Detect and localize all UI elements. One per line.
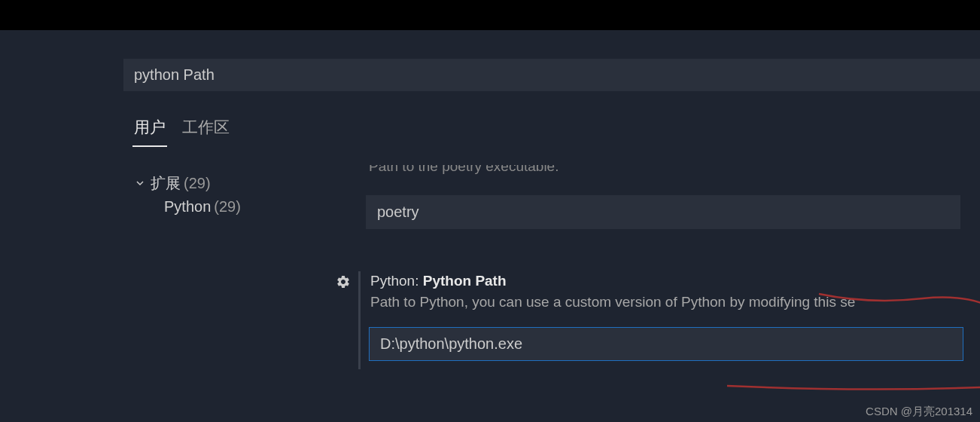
settings-content: 扩展 (29) Python (29) Path to the poetry e… bbox=[0, 147, 980, 361]
setting-title: Python: Python Path bbox=[363, 273, 980, 289]
tree-item-extensions[interactable]: 扩展 (29) bbox=[135, 171, 361, 196]
settings-tree: 扩展 (29) Python (29) bbox=[0, 171, 361, 361]
poetry-path-input[interactable] bbox=[366, 195, 960, 229]
setting-desc: Path to Python, you can use a custom ver… bbox=[363, 289, 980, 310]
python-path-input[interactable] bbox=[369, 327, 963, 361]
poetry-desc: Path to the poetry executable. bbox=[361, 165, 980, 182]
settings-search-input[interactable] bbox=[123, 59, 980, 91]
tab-user[interactable]: 用户 bbox=[132, 112, 167, 147]
tree-label: 扩展 bbox=[151, 173, 181, 194]
tab-workspace[interactable]: 工作区 bbox=[181, 112, 231, 147]
settings-search-wrap bbox=[0, 30, 980, 91]
chevron-down-icon bbox=[135, 178, 146, 190]
tree-label: Python bbox=[164, 198, 211, 216]
setting-name: Python Path bbox=[423, 273, 507, 289]
setting-prefix: Python: bbox=[370, 273, 418, 289]
setting-python-path: Python: Python Path Path to Python, you … bbox=[361, 273, 980, 361]
tree-count: (29) bbox=[184, 175, 211, 192]
python-path-input-wrap bbox=[369, 327, 980, 361]
poetry-input-wrap bbox=[366, 195, 980, 229]
modified-indicator bbox=[358, 271, 361, 369]
tree-item-python[interactable]: Python (29) bbox=[135, 196, 361, 218]
title-bar bbox=[0, 0, 980, 30]
tree-count: (29) bbox=[214, 198, 241, 216]
watermark: CSDN @月亮201314 bbox=[866, 405, 972, 419]
annotation-underline-2 bbox=[726, 375, 980, 398]
gear-icon[interactable] bbox=[336, 274, 351, 293]
settings-scope-tabs: 用户 工作区 bbox=[0, 91, 980, 147]
settings-main: Path to the poetry executable. Python: P… bbox=[361, 171, 980, 361]
